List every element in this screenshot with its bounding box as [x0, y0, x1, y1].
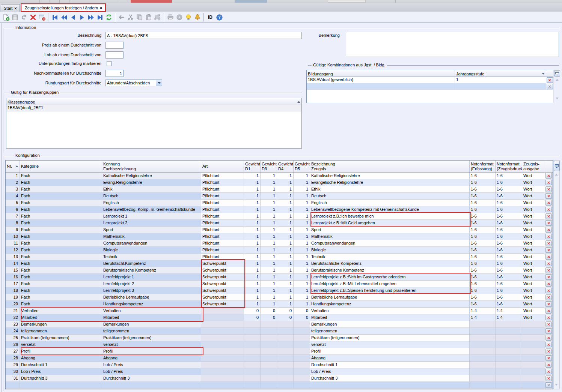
konfiguration-row[interactable]: 26versetztversetztversetzt×: [6, 341, 553, 348]
cell-nr[interactable]: 28: [6, 355, 20, 362]
cell-bezeichnung[interactable]: Computeranwendungen: [310, 240, 470, 247]
delete-row-button[interactable]: ×: [545, 362, 552, 368]
konfiguration-row[interactable]: 18FachLernfeldprojekt 3Schwerpunkt1111Le…: [6, 287, 553, 294]
cell-nr[interactable]: 1: [6, 173, 20, 179]
cell-kennung[interactable]: Sport: [102, 227, 201, 233]
cell-kategorie[interactable]: Fach: [20, 179, 102, 186]
cell-ausgabe[interactable]: Wort: [522, 186, 545, 193]
cell-ausgabe[interactable]: Wort: [522, 301, 545, 308]
cell-d1[interactable]: 1: [244, 267, 261, 274]
cell-nr[interactable]: 17: [6, 281, 20, 287]
cell-d5[interactable]: 1: [294, 294, 310, 301]
cell-kategorie[interactable]: Fach: [20, 287, 102, 294]
tab-close-icon[interactable]: ×: [14, 6, 17, 10]
cell-d3[interactable]: 0: [261, 314, 277, 321]
cell-ausgabe[interactable]: Wort: [522, 260, 545, 267]
cell-art[interactable]: Pflichtunt: [201, 173, 244, 179]
cell-nr[interactable]: 3: [6, 186, 20, 193]
rundungsart-select[interactable]: Abrunden/Abschneiden: [105, 80, 162, 86]
cell-nr[interactable]: 10: [6, 233, 20, 240]
disc-icon[interactable]: [175, 13, 184, 22]
cell-art[interactable]: Pflichtunt: [201, 179, 244, 186]
cell-d4[interactable]: 1: [277, 193, 294, 200]
delete-row-button[interactable]: ×: [545, 173, 552, 179]
cell-bezeichnung[interactable]: Bemerkungen: [310, 321, 470, 328]
cell-kennung[interactable]: Lernfeldprojekt 3: [102, 287, 201, 294]
cell-kategorie[interactable]: Bemerkungen: [20, 321, 102, 328]
cell-d4[interactable]: 1: [277, 220, 294, 227]
cell-nf_druck[interactable]: [496, 328, 522, 335]
column-header-zeugnisausgabe[interactable]: Zeugnis-ausgabe: [522, 161, 545, 172]
cell-d3[interactable]: 0: [261, 308, 277, 314]
cell-d1[interactable]: [244, 321, 261, 328]
cell-d1[interactable]: 1: [244, 260, 261, 267]
cell-art[interactable]: Schwerpunkt: [201, 281, 244, 287]
cell-nf_druck[interactable]: 1-6: [496, 281, 522, 287]
nav-first-icon[interactable]: [50, 13, 59, 22]
cell-art[interactable]: Pflichtunt: [201, 240, 244, 247]
cell-nf_druck[interactable]: [496, 362, 522, 368]
cell-d1[interactable]: 0: [244, 314, 261, 321]
scroll-up-icon[interactable]: [555, 174, 558, 176]
cell-kennung[interactable]: Berufsfachl.Kompetenz: [102, 260, 201, 267]
cell-ausgabe[interactable]: [522, 335, 545, 341]
cell-ausgabe[interactable]: Wort: [522, 281, 545, 287]
cell-d4[interactable]: 1: [277, 287, 294, 294]
cell-nf_druck[interactable]: 1-6: [496, 274, 522, 281]
cell-kategorie-empty[interactable]: [20, 382, 102, 389]
print-icon[interactable]: [166, 13, 175, 22]
cell-nf_druck[interactable]: [496, 368, 522, 375]
cell-art-empty[interactable]: [201, 382, 244, 389]
cell-ausgabe[interactable]: Wort: [522, 227, 545, 233]
cell-jahrgangsstufe[interactable]: 1: [455, 77, 546, 83]
delete-row-button[interactable]: ×: [545, 213, 552, 219]
konfiguration-row[interactable]: 2FachEvang.ReligionslehrePflichtunt1111E…: [6, 179, 553, 186]
cell-d1[interactable]: 1: [244, 213, 261, 220]
cell-art[interactable]: [201, 362, 244, 368]
cell-art[interactable]: Pflichtunt: [201, 233, 244, 240]
delete-row-button[interactable]: ×: [545, 207, 552, 212]
cell-d5[interactable]: [294, 341, 310, 348]
cell-nf_erfassung[interactable]: 1-6: [470, 179, 496, 186]
delete-row-button[interactable]: ×: [545, 200, 552, 206]
cell-nf_druck[interactable]: 1-6: [496, 173, 522, 179]
cell-kennung[interactable]: Computeranwendungen: [102, 240, 201, 247]
cell-d4[interactable]: 1: [277, 206, 294, 213]
cell-d3[interactable]: 1: [261, 173, 277, 179]
cell-nr[interactable]: 15: [6, 267, 20, 274]
konfiguration-row[interactable]: 10FachMathematikPflichtunt1111Mathematik…: [6, 233, 553, 240]
unterpunktungen-checkbox[interactable]: [107, 61, 111, 66]
delete-row-button[interactable]: ×: [547, 77, 553, 83]
cell-kategorie[interactable]: Durchschnitt 3: [20, 375, 102, 382]
cell-ausgabe[interactable]: Wort: [522, 213, 545, 220]
delete-row-button[interactable]: ×: [545, 335, 552, 341]
column-chooser-icon[interactable]: [554, 70, 560, 77]
cell-nf_druck[interactable]: 1-6: [496, 193, 522, 200]
column-header-gewicht-d3[interactable]: GewichtD3: [261, 161, 277, 172]
cell-nf_erfassung[interactable]: [470, 328, 496, 335]
cell-d3[interactable]: 1: [261, 200, 277, 206]
cell-ausgabe[interactable]: Wort: [522, 287, 545, 294]
konfiguration-row[interactable]: 17FachLernfeldprojekt 2Schwerpunkt1111Le…: [6, 281, 553, 287]
klassengruppe-row[interactable]: 1BSAV(dual)_2BF1: [6, 105, 301, 111]
cell-kategorie[interactable]: Abgang: [20, 355, 102, 362]
cell-nf_erfassung[interactable]: 1-6: [470, 301, 496, 308]
column-header-gewicht-d5[interactable]: GewichtD5: [294, 161, 310, 172]
konfiguration-row[interactable]: 27ProfilProfilProfil×: [6, 348, 553, 355]
cell-kategorie[interactable]: Fach: [20, 193, 102, 200]
cell-nf_erfassung[interactable]: 1-6: [470, 247, 496, 254]
konfiguration-row[interactable]: 29Durchschnitt 1Lob / PreisDurchschnitt …: [6, 362, 553, 368]
cell-kennung[interactable]: Ethik: [102, 186, 201, 193]
cell-ausgabe-empty[interactable]: [522, 382, 545, 389]
cell-d1[interactable]: 1: [244, 254, 261, 260]
cell-nf_erfassung[interactable]: 1-6: [470, 281, 496, 287]
cell-kategorie[interactable]: Fach: [20, 173, 102, 179]
nav-fast-next-icon[interactable]: [86, 13, 95, 22]
cell-d5[interactable]: 1: [294, 186, 310, 193]
cell-ausgabe[interactable]: Wort: [522, 314, 545, 321]
scroll-down-icon[interactable]: [556, 98, 559, 99]
cell-kennung[interactable]: Englisch: [102, 200, 201, 206]
cell-nf_erfassung[interactable]: 1-6: [470, 254, 496, 260]
delete-row-button[interactable]: ×: [545, 227, 552, 233]
refresh-icon[interactable]: [104, 13, 113, 22]
